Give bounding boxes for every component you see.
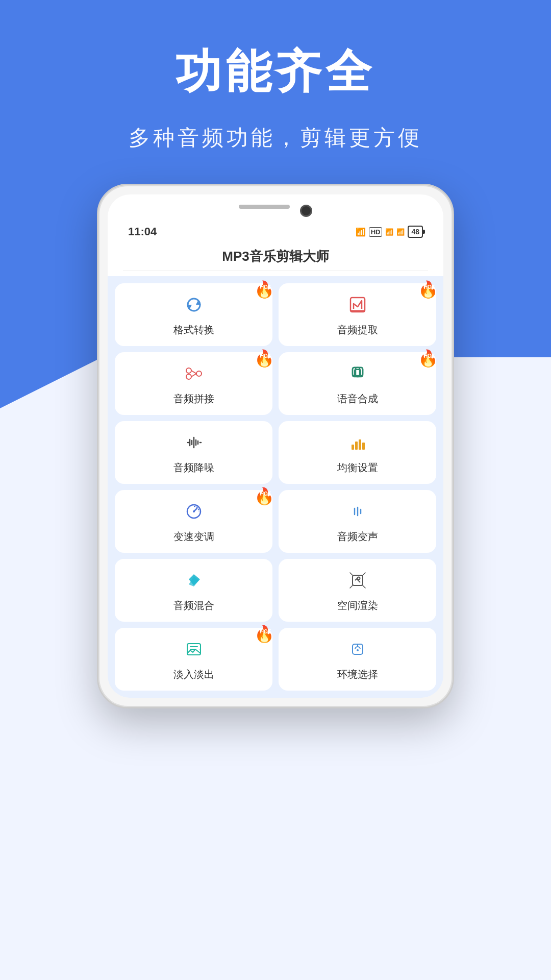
tts-label: 语音合成	[337, 392, 378, 406]
feature-card-pitch[interactable]: 音频变声	[279, 490, 436, 553]
feature-card-equalizer[interactable]: 均衡设置	[279, 421, 436, 484]
env-icon	[347, 639, 368, 663]
format-label: 格式转换	[173, 323, 214, 337]
svg-rect-19	[355, 442, 358, 450]
status-time: 11:04	[128, 225, 157, 238]
env-label: 环境选择	[337, 668, 378, 681]
pitch-label: 音频变声	[337, 530, 378, 544]
denoise-icon	[184, 432, 204, 456]
mix-label: 音频混合	[173, 599, 214, 612]
svg-point-2	[186, 368, 191, 373]
equalizer-label: 均衡设置	[337, 461, 378, 475]
speaker-grille	[239, 205, 290, 209]
wifi-icon: 📶	[356, 227, 366, 237]
battery-icon: 48	[408, 226, 423, 238]
sub-title: 多种音频功能，剪辑更方便	[0, 124, 551, 152]
phone-top-bar	[123, 205, 428, 217]
hd-badge: HD	[369, 227, 383, 237]
feature-card-fade[interactable]: 🔥 HOT 淡入淡出	[115, 628, 272, 691]
equalizer-icon	[347, 432, 368, 456]
phone-notch-area: 11:04 📶 HD 📶 📶 48 MP3音乐剪辑大师	[108, 194, 443, 276]
feature-card-mix[interactable]: 音频混合	[115, 559, 272, 622]
spatial-icon	[347, 570, 368, 594]
svg-point-29	[357, 577, 360, 580]
pitch-icon	[347, 501, 368, 525]
header-area: 功能齐全 多种音频功能，剪辑更方便	[0, 41, 551, 152]
phone-mockup: 11:04 📶 HD 📶 📶 48 MP3音乐剪辑大师 🔥 HOT	[97, 184, 454, 708]
svg-rect-0	[350, 298, 365, 312]
splice-icon	[184, 363, 204, 387]
feature-card-speed[interactable]: 🔥 HOT 变速变调	[115, 490, 272, 553]
fade-icon	[184, 639, 204, 663]
svg-point-3	[186, 374, 191, 379]
svg-line-5	[191, 371, 196, 374]
phone-screen: 🔥 HOT 格式转换 🔥 HOT	[108, 276, 443, 698]
status-bar: 11:04 📶 HD 📶 📶 48	[123, 223, 428, 240]
extract-label: 音频提取	[337, 323, 378, 337]
spatial-label: 空间渲染	[337, 599, 378, 612]
format-icon	[184, 295, 204, 318]
feature-card-denoise[interactable]: 音频降噪	[115, 421, 272, 484]
speed-label: 变速变调	[173, 530, 214, 544]
camera-dot	[300, 205, 312, 217]
svg-point-4	[196, 371, 202, 376]
hot-text-speed: HOT	[260, 491, 271, 497]
feature-grid: 🔥 HOT 格式转换 🔥 HOT	[115, 283, 436, 691]
svg-point-34	[357, 649, 359, 651]
phone-shell: 11:04 📶 HD 📶 📶 48 MP3音乐剪辑大师 🔥 HOT	[97, 184, 454, 708]
signal-icon: 📶	[385, 228, 393, 236]
svg-rect-21	[362, 443, 365, 450]
feature-card-format[interactable]: 🔥 HOT 格式转换	[115, 283, 272, 346]
fade-label: 淡入淡出	[173, 668, 214, 681]
splice-label: 音频拼接	[173, 392, 214, 406]
feature-card-spatial[interactable]: 空间渲染	[279, 559, 436, 622]
mix-icon	[184, 570, 204, 594]
hot-text-fade: HOT	[260, 629, 271, 634]
hot-text-format: HOT	[260, 284, 271, 290]
extract-icon	[347, 295, 368, 318]
app-title: MP3音乐剪辑大师	[123, 240, 428, 271]
status-icons: 📶 HD 📶 📶 48	[356, 226, 423, 238]
svg-rect-20	[359, 439, 361, 450]
feature-card-tts[interactable]: 🔥 HOT 语音合成	[279, 352, 436, 415]
hot-text-splice: HOT	[260, 353, 271, 359]
feature-card-splice[interactable]: 🔥 HOT 音频拼接	[115, 352, 272, 415]
main-title: 功能齐全	[0, 41, 551, 103]
hot-text-extract: HOT	[424, 284, 435, 290]
svg-point-24	[193, 510, 195, 512]
denoise-label: 音频降噪	[173, 461, 214, 475]
signal-icon2: 📶	[396, 228, 405, 236]
svg-line-6	[191, 374, 196, 377]
feature-card-extract[interactable]: 🔥 HOT 音频提取	[279, 283, 436, 346]
hot-text-tts: HOT	[424, 353, 435, 359]
speed-icon	[184, 501, 204, 525]
svg-rect-18	[352, 445, 354, 450]
feature-card-env[interactable]: 环境选择	[279, 628, 436, 691]
tts-icon	[347, 363, 368, 387]
